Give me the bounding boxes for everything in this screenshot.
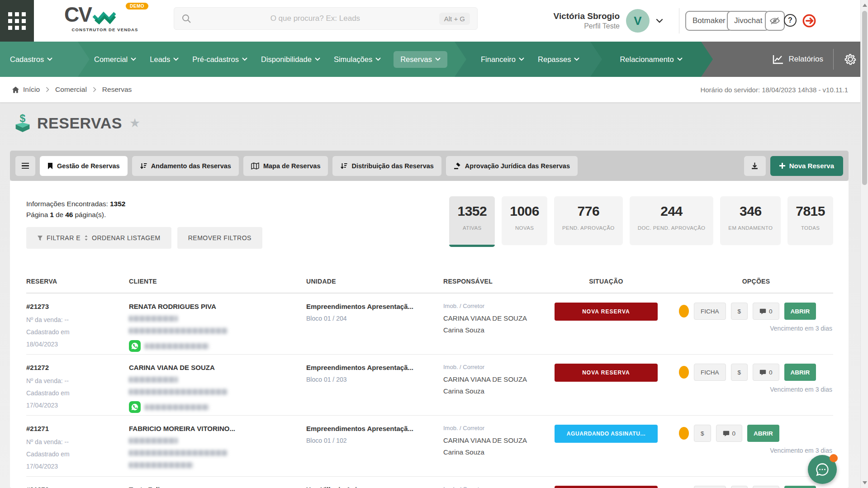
download-button[interactable] — [744, 156, 766, 176]
scroll-down-arrow[interactable] — [863, 481, 867, 484]
reservation-id[interactable]: #21270 — [26, 486, 129, 488]
open-button[interactable]: ABRIR — [784, 303, 816, 320]
page-word: Página — [26, 211, 48, 218]
stat-box-em-andamento[interactable]: 346 EM ANDAMENTO — [720, 196, 781, 245]
user-menu[interactable]: Victória Sbrogio Perfil Teste V — [534, 0, 663, 42]
stat-box-todas[interactable]: 7815 TODAS — [787, 196, 833, 245]
app-logo[interactable]: CV DEMO CONSTRUTOR DE VENDAS — [64, 4, 146, 32]
reservation-id[interactable]: #21272 — [26, 364, 129, 371]
apps-menu-button[interactable] — [0, 0, 34, 42]
stat-box-novas[interactable]: 1006 NOVAS — [502, 196, 547, 245]
filter-sort-button[interactable]: FILTRAR E ORDENAR LISTAGEM — [26, 227, 171, 249]
new-reserve-button[interactable]: Nova Reserva — [770, 156, 843, 176]
cell-situacao: AGUARDANDO ASSINATU... — [555, 425, 679, 476]
favorite-star-icon[interactable]: ★ — [129, 116, 140, 130]
ficha-button[interactable]: FICHA — [694, 486, 726, 488]
payment-button[interactable]: $ — [731, 364, 748, 381]
client-name[interactable]: FABRICIO MOREIRA VITORINO... — [129, 425, 306, 432]
tab-label: Gestão de Reservas — [57, 162, 120, 170]
nav-item-reservas-active[interactable]: Reservas — [394, 51, 447, 68]
status-button[interactable]: NOVA RESERVA — [555, 364, 658, 382]
demo-badge: DEMO — [126, 3, 148, 9]
col-header-reserva: RESERVA — [26, 278, 129, 285]
client-name[interactable]: CARINA VIANA DE SOUZA — [129, 364, 306, 371]
chat-fab-button[interactable] — [808, 455, 837, 484]
tab-distribuicao-das-reservas[interactable]: Distribuição das Reservas — [332, 156, 441, 176]
client-name[interactable]: RENATA RODRIGUES PIVA — [129, 303, 306, 310]
open-button[interactable]: ABRIR — [784, 486, 816, 488]
open-button[interactable]: ABRIR — [784, 364, 816, 381]
nav-item-simulacoes[interactable]: Simulações — [333, 51, 382, 68]
comments-button[interactable]: 0 — [716, 425, 743, 442]
tab-andamento-das-reservas[interactable]: Andamento das Reservas — [132, 156, 239, 176]
stat-box-doc-pend-aprovacao[interactable]: 244 DOC. PEND. APROVAÇÃO — [630, 196, 714, 245]
reservation-id[interactable]: #21271 — [26, 425, 129, 432]
search-shortcut-badge: Alt + G — [439, 13, 470, 25]
download-icon — [751, 162, 759, 170]
nav-item-leads[interactable]: Leads — [149, 51, 180, 68]
breadcrumb-comercial[interactable]: Comercial — [55, 85, 87, 94]
nav-segment-comercial: Comercial Leads Pré-cadastros Disponibil… — [78, 42, 455, 77]
unit-name[interactable]: Empreendimentos Apresentaçã... — [306, 425, 443, 432]
filter-label-2: ORDENAR LISTAGEM — [92, 234, 161, 242]
cell-reserva: #21271 Nº da venda: -- Cadastrado em 17/… — [26, 425, 129, 476]
comments-button[interactable]: 0 — [753, 303, 779, 320]
broker-name: Carina Souza — [443, 385, 555, 397]
scroll-up-arrow[interactable] — [863, 4, 867, 7]
whatsapp-icon[interactable] — [129, 401, 141, 413]
tab-gestao-de-reservas[interactable]: Gestão de Reservas — [40, 156, 128, 176]
gavel-icon — [454, 162, 461, 170]
logout-button[interactable] — [802, 13, 817, 28]
ficha-button[interactable]: FICHA — [694, 303, 726, 320]
jivochat-button[interactable]: Jivochat — [727, 11, 769, 31]
reservation-id[interactable]: #21273 — [26, 303, 129, 310]
col-header-cliente: CLIENTE — [129, 278, 306, 285]
botmaker-button[interactable]: Botmaker — [685, 11, 733, 31]
redacted-cpf — [129, 316, 178, 322]
nav-item-financeiro[interactable]: Financeiro — [480, 51, 525, 68]
client-name[interactable]: Teste Felipe — [129, 486, 306, 488]
breadcrumb-home[interactable]: Início — [12, 85, 40, 94]
nav-item-comercial[interactable]: Comercial — [93, 51, 137, 68]
stat-box-ativas[interactable]: 1352 ATIVAS — [449, 196, 495, 245]
vertical-scrollbar[interactable] — [860, 0, 868, 488]
whatsapp-icon[interactable] — [129, 340, 141, 352]
ficha-button[interactable]: FICHA — [694, 364, 726, 381]
comments-button[interactable]: 0 — [753, 486, 779, 488]
due-label: Vencimento em 3 dias — [679, 447, 833, 454]
search-input[interactable] — [191, 14, 439, 23]
stat-label: PEND. APROVAÇÃO — [562, 225, 615, 231]
status-button[interactable]: NOVA RESERVA — [555, 486, 658, 488]
status-button[interactable]: AGUARDANDO ASSINATU... — [555, 425, 658, 443]
payment-button[interactable]: $ — [731, 303, 748, 320]
reports-button[interactable]: Relatórios — [772, 54, 823, 65]
nav-item-repasses[interactable]: Repasses — [537, 51, 580, 68]
scrollbar-thumb[interactable] — [862, 11, 867, 185]
gear-icon[interactable] — [844, 52, 857, 66]
unit-name[interactable]: Empreendimentos Apresentaçã... — [306, 364, 443, 371]
top-header: CV DEMO CONSTRUTOR DE VENDAS Alt + G Vic — [0, 0, 868, 42]
created-label: Cadastrado em — [26, 387, 129, 399]
nav-item-cadastros[interactable]: Cadastros — [9, 51, 53, 68]
avatar[interactable]: V — [626, 9, 650, 33]
tab-mapa-de-reservas[interactable]: Mapa de Reservas — [243, 156, 328, 176]
status-button[interactable]: NOVA RESERVA — [555, 303, 658, 321]
open-button[interactable]: ABRIR — [747, 425, 779, 442]
help-button[interactable]: ? — [784, 14, 797, 27]
nav-item-relacionamento[interactable]: Relacionamento — [619, 51, 683, 68]
unit-name[interactable]: You Villagio Aniza — [306, 486, 443, 488]
remove-filters-button[interactable]: REMOVER FILTROS — [177, 227, 262, 249]
hide-values-button[interactable] — [765, 11, 785, 31]
unit-name[interactable]: Empreendimentos Apresentaçã... — [306, 303, 443, 310]
payment-button[interactable]: $ — [694, 425, 711, 442]
comments-button[interactable]: 0 — [753, 364, 779, 381]
sale-number: Nº da venda: -- — [26, 436, 129, 448]
payment-button[interactable]: $ — [731, 486, 748, 488]
stat-box-pend-aprovacao[interactable]: 776 PEND. APROVAÇÃO — [554, 196, 623, 245]
nav-item-label: Financeiro — [481, 55, 516, 64]
chevron-down-icon[interactable] — [656, 19, 663, 23]
tab-aprovacao-juridica[interactable]: Aprovação Jurídica das Reservas — [446, 156, 578, 176]
nav-item-disponibilidade[interactable]: Disponibilidade — [260, 51, 321, 68]
nav-item-pre-cadastros[interactable]: Pré-cadastros — [191, 51, 248, 68]
list-menu-button[interactable] — [15, 156, 35, 176]
